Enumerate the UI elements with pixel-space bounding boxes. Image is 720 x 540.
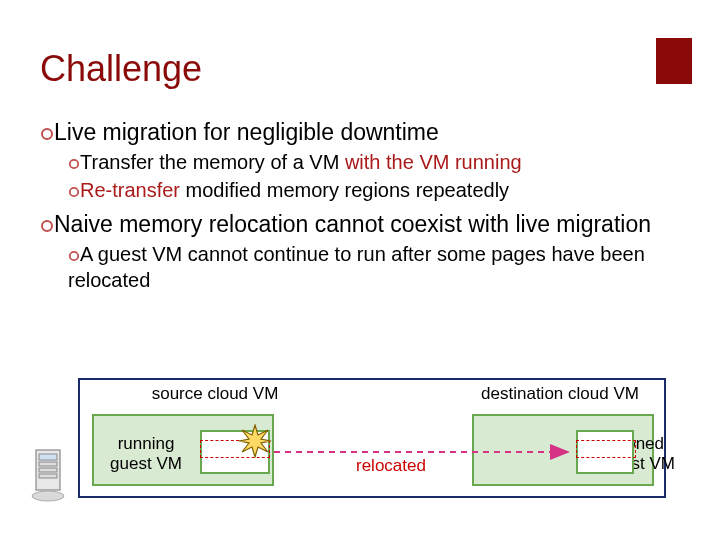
- server-icon: [30, 448, 72, 504]
- source-vm-label: source cloud VM: [124, 384, 306, 404]
- migration-diagram: source cloud VM destination cloud VM run…: [40, 378, 680, 506]
- hollow-circle-icon: [68, 151, 80, 176]
- svg-marker-11: [239, 425, 271, 457]
- slide-title: Challenge: [40, 48, 202, 90]
- bullet-live-migration: Live migration for negligible downtime: [40, 118, 680, 148]
- svg-rect-9: [39, 474, 57, 478]
- svg-point-3: [42, 221, 52, 231]
- svg-point-10: [32, 491, 64, 501]
- bullet-text-part: modified memory regions repeatedly: [180, 179, 509, 201]
- dest-vm-label: destination cloud VM: [460, 384, 660, 404]
- hollow-circle-icon: [68, 243, 80, 268]
- accent-block: [656, 38, 692, 84]
- svg-rect-8: [39, 468, 57, 472]
- svg-point-2: [70, 188, 78, 196]
- bullet-retransfer: Re-transfer modified memory regions repe…: [68, 178, 680, 204]
- bullet-text-part: Transfer the memory of a VM: [80, 151, 345, 173]
- content-area: Live migration for negligible downtime T…: [40, 112, 680, 295]
- svg-point-1: [70, 160, 78, 168]
- hollow-circle-icon: [68, 179, 80, 204]
- dest-relocated-stripe: [576, 440, 636, 458]
- bullet-naive-relocation: Naive memory relocation cannot coexist w…: [40, 210, 680, 240]
- bullet-text: Live migration for negligible downtime: [54, 119, 439, 145]
- svg-point-4: [70, 251, 78, 259]
- hollow-circle-icon: [40, 211, 54, 240]
- svg-rect-7: [39, 462, 57, 466]
- running-guest-label: runningguest VM: [98, 434, 194, 475]
- bullet-guest-vm-issue: A guest VM cannot continue to run after …: [68, 242, 680, 293]
- bullet-transfer-memory: Transfer the memory of a VM with the VM …: [68, 150, 680, 176]
- relocated-label: relocated: [356, 456, 426, 476]
- hollow-circle-icon: [40, 119, 54, 148]
- bullet-text-emphasis: with the VM running: [345, 151, 522, 173]
- bullet-text: Naive memory relocation cannot coexist w…: [54, 211, 651, 237]
- svg-rect-6: [39, 454, 57, 460]
- explosion-icon: [238, 424, 272, 458]
- bullet-text: A guest VM cannot continue to run after …: [68, 243, 645, 291]
- bullet-text-emphasis: Re-transfer: [80, 179, 180, 201]
- svg-point-0: [42, 129, 52, 139]
